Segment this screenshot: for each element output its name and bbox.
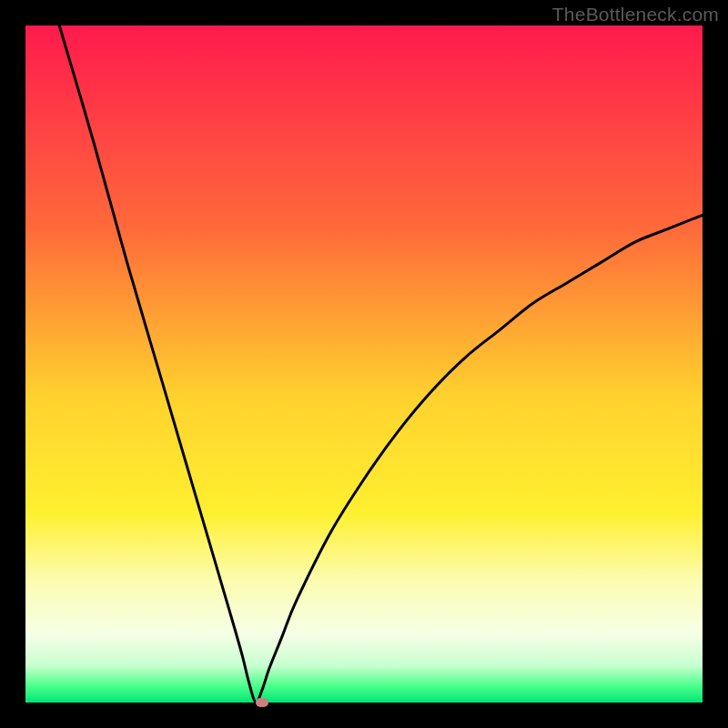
minimum-marker <box>256 698 268 707</box>
watermark-text: TheBottleneck.com <box>552 4 719 25</box>
plot-area <box>25 25 703 703</box>
chart-frame: TheBottleneck.com <box>0 0 728 728</box>
chart-svg <box>25 25 703 703</box>
gradient-backdrop <box>25 25 703 703</box>
